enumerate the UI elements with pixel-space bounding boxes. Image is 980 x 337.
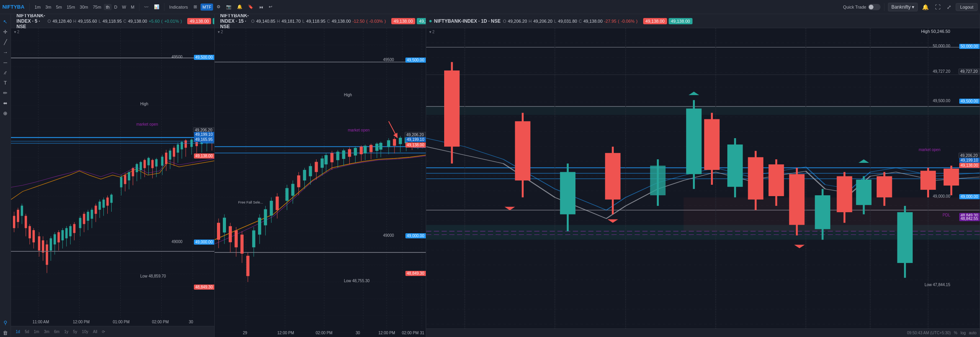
svg-rect-40 — [69, 226, 72, 236]
svg-rect-38 — [65, 228, 68, 238]
header-price-green-1d: 49,138.00 — [669, 18, 693, 24]
channel-tool[interactable]: ⫽ — [1, 68, 10, 77]
indicators-btn[interactable]: Indicators — [167, 4, 190, 11]
chart-svg-5m — [11, 28, 214, 326]
fullscreen-icon[interactable]: ⛶ — [933, 3, 942, 11]
price-tag-49199-5m: 49,199.10 — [194, 132, 215, 137]
svg-rect-175 — [369, 145, 372, 152]
text-tool[interactable]: T — [1, 78, 10, 87]
svg-rect-54 — [99, 202, 101, 210]
left-sidebar: ↖ ✛ ╱ → ─ ⫽ T ✏ ⬌ ⊕ ⚲ 🗑 — [0, 14, 11, 337]
toolbar-right: Quick Trade Banknifty ▾ 🔔 ⛶ ⤢ Logout — [843, 3, 978, 11]
bottom-1y-5m[interactable]: 1y — [63, 329, 70, 335]
alert-icon[interactable]: 🔔 — [235, 3, 244, 11]
quick-trade-toggle[interactable]: Quick Trade — [843, 4, 880, 10]
bottom-10y-5m[interactable]: 10y — [80, 329, 90, 335]
svg-rect-167 — [348, 149, 351, 157]
svg-rect-1 — [11, 28, 214, 326]
chart-header-5m: NIFTYBANK-INDEX · 5 · NSE O 49,128.40 H … — [11, 14, 214, 28]
tf-3m[interactable]: 3m — [43, 4, 53, 10]
bottom-6m-5m[interactable]: 6m — [52, 329, 61, 335]
measure-tool[interactable]: ⬌ — [1, 99, 10, 107]
svg-rect-12 — [13, 216, 15, 228]
bottom-1m-5m[interactable]: 1m — [32, 329, 41, 335]
svg-rect-46 — [83, 214, 85, 224]
bottom-all-5m[interactable]: All — [91, 329, 99, 335]
chart-panel-1d: NIFTYBANK-INDEX · 1D · NSE O 49,206.20 H… — [426, 14, 980, 337]
replay-icon[interactable]: ⏮ — [257, 4, 265, 11]
h-line-tool[interactable]: ─ — [1, 58, 10, 67]
zoom-tool[interactable]: ⊕ — [1, 109, 10, 117]
price-tag-low-15m: 48,849.30 — [405, 271, 426, 276]
chart-type-line[interactable]: 〰 — [142, 4, 150, 11]
tf-M[interactable]: M — [129, 4, 136, 10]
chart-body-5m[interactable]: ▾ 2 — [11, 28, 214, 326]
svg-rect-247 — [897, 212, 913, 263]
chart-type-candle[interactable]: 📊 — [152, 3, 161, 11]
price-tag-pdl2-1d: 48,842.55 — [959, 216, 980, 221]
svg-rect-133 — [246, 256, 250, 276]
indicators-label: Indicators — [169, 5, 188, 9]
quick-trade-switch[interactable] — [868, 4, 881, 10]
bottom-5y-5m[interactable]: 5y — [72, 329, 79, 335]
undo-icon[interactable]: ↩ — [267, 3, 274, 11]
svg-rect-16 — [21, 205, 23, 216]
svg-rect-237 — [789, 174, 805, 225]
svg-rect-149 — [297, 175, 300, 187]
tf-1m[interactable]: 1m — [33, 4, 42, 10]
chart-body-15m[interactable]: ▾ 2 — [215, 28, 426, 337]
svg-rect-147 — [291, 184, 295, 196]
bottom-5d-5m[interactable]: 5d — [23, 329, 31, 335]
trend-line-tool[interactable]: ╱ — [1, 38, 10, 46]
price-tag-49138-5m: 49,138.00 — [194, 153, 215, 159]
svg-rect-251 — [944, 169, 959, 186]
svg-rect-32 — [54, 234, 56, 244]
expand-icon[interactable]: ⤢ — [945, 3, 953, 11]
svg-rect-217 — [444, 70, 459, 147]
magnet-tool[interactable]: ⚲ — [1, 318, 10, 327]
svg-text:▲: ▲ — [685, 90, 703, 96]
svg-rect-145 — [286, 188, 289, 201]
camera-icon[interactable]: 📷 — [224, 3, 233, 11]
svg-rect-70 — [136, 164, 138, 172]
symbol-selector[interactable]: Banknifty ▾ — [888, 3, 918, 11]
sep-right — [884, 3, 884, 11]
tf-D[interactable]: D — [112, 4, 119, 10]
badge-2-1d: ▾ 2 — [429, 30, 434, 34]
svg-rect-177 — [375, 144, 378, 151]
chart-body-1d[interactable]: ▾ 2 High 50,246.50 — [426, 28, 980, 337]
svg-text:▲: ▲ — [855, 157, 873, 164]
svg-rect-72 — [139, 162, 142, 170]
svg-rect-165 — [342, 150, 345, 159]
svg-rect-66 — [128, 172, 130, 180]
bottom-replay-5m[interactable]: ⟳ — [100, 329, 107, 335]
bookmark-icon[interactable]: 🔖 — [246, 3, 255, 11]
bottom-3m-5m[interactable]: 3m — [42, 329, 51, 335]
app-logo: NIFTYBA — [2, 4, 24, 10]
tf-15m[interactable]: 15m — [65, 4, 77, 10]
tf-5m[interactable]: 5m — [54, 4, 64, 10]
svg-rect-169 — [354, 148, 357, 155]
svg-text:▼: ▼ — [790, 243, 808, 249]
price-tag-49138-1d: 49,138.00 — [959, 163, 980, 168]
crosshair-tool[interactable]: ✛ — [1, 27, 10, 36]
trash-tool[interactable]: 🗑 — [1, 328, 10, 337]
brush-tool[interactable]: ✏ — [1, 88, 10, 97]
tf-th[interactable]: th — [104, 4, 111, 10]
svg-rect-64 — [124, 175, 126, 184]
layout-btn[interactable]: ⊞ — [192, 3, 199, 11]
chart-header-15m: NIFTYBANK-INDEX · 15 · NSE O 49,140.85 H… — [215, 14, 426, 28]
svg-rect-30 — [50, 238, 52, 250]
settings-icon[interactable]: ⚙ — [215, 3, 222, 11]
bottom-1d-5m[interactable]: 1d — [14, 329, 22, 335]
tf-75m[interactable]: 75m — [91, 4, 103, 10]
tf-30m[interactable]: 30m — [78, 4, 90, 10]
notification-icon[interactable]: 🔔 — [920, 3, 931, 11]
ray-tool[interactable]: → — [1, 48, 10, 56]
cursor-tool[interactable]: ↖ — [1, 17, 10, 26]
svg-rect-42 — [73, 224, 76, 233]
svg-rect-225 — [650, 166, 665, 195]
logout-btn[interactable]: Logout — [956, 3, 978, 11]
mtf-btn[interactable]: MTF — [201, 4, 213, 11]
tf-W[interactable]: W — [120, 4, 128, 10]
